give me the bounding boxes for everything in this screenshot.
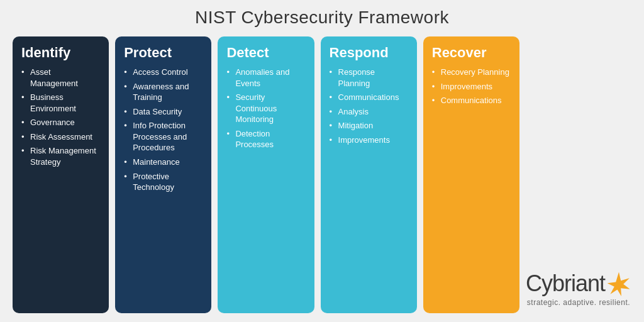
list-item: Analysis	[330, 106, 408, 118]
column-identify: Identify Asset Management Business Envir…	[13, 36, 109, 313]
list-item: Detection Processes	[226, 128, 305, 150]
list-item: Info Protection Processes and Procedures	[124, 120, 203, 153]
logo-text: Cybriant	[526, 270, 631, 297]
recover-list: Recovery Planning Improvements Communica…	[432, 67, 511, 109]
respond-list: Response Planning Communications Analysi…	[330, 67, 408, 148]
logo-container: Cybriant strategic. adaptive. resilient.	[526, 270, 631, 307]
list-item: Recovery Planning	[432, 67, 511, 78]
list-item: Security Continuous Monitoring	[226, 92, 305, 125]
logo-star-icon	[606, 271, 631, 296]
list-item: Communications	[330, 92, 408, 103]
list-item: Improvements	[330, 135, 408, 146]
list-item: Access Control	[124, 67, 203, 78]
page-wrapper: NIST Cybersecurity Framework Identify As…	[0, 0, 644, 322]
protect-header: Protect	[124, 45, 203, 60]
list-item: Risk Management Strategy	[21, 145, 100, 167]
logo-name: Cybriant	[526, 270, 605, 297]
list-item: Awareness and Training	[124, 81, 203, 103]
column-detect: Detect Anomalies and Events Security Con…	[218, 36, 314, 313]
list-item: Data Security	[124, 106, 203, 118]
list-item: Asset Management	[21, 67, 100, 89]
list-item: Anomalies and Events	[226, 67, 305, 89]
identify-list: Asset Management Business Environment Go…	[21, 67, 100, 170]
list-item: Improvements	[432, 81, 511, 92]
recover-header: Recover	[432, 45, 511, 60]
logo-column: Cybriant strategic. adaptive. resilient.	[526, 36, 631, 313]
detect-header: Detect	[226, 45, 305, 60]
column-recover: Recover Recovery Planning Improvements C…	[423, 36, 519, 313]
column-protect: Protect Access Control Awareness and Tra…	[115, 36, 211, 313]
list-item: Mitigation	[330, 120, 408, 131]
detect-list: Anomalies and Events Security Continuous…	[226, 67, 305, 153]
list-item: Communications	[432, 95, 511, 106]
identify-header: Identify	[21, 45, 100, 60]
svg-marker-0	[608, 272, 630, 296]
protect-list: Access Control Awareness and Training Da…	[124, 67, 203, 196]
columns-row: Identify Asset Management Business Envir…	[13, 36, 631, 313]
list-item: Risk Assessment	[21, 131, 100, 143]
logo-tagline: strategic. adaptive. resilient.	[527, 298, 630, 307]
list-item: Response Planning	[330, 67, 408, 89]
respond-header: Respond	[330, 45, 408, 60]
page-title: NIST Cybersecurity Framework	[195, 8, 449, 28]
list-item: Maintenance	[124, 157, 203, 168]
column-respond: Respond Response Planning Communications…	[321, 36, 417, 313]
list-item: Governance	[21, 117, 100, 128]
list-item: Business Environment	[21, 92, 100, 114]
list-item: Protective Technology	[124, 171, 203, 193]
